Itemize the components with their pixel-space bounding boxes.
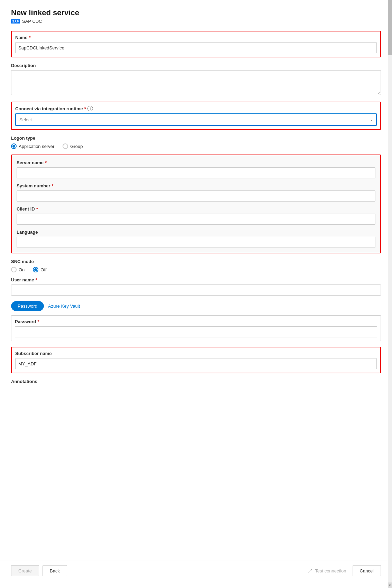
integration-runtime-label: Connect via integration runtime * i: [15, 106, 377, 111]
name-required-star: *: [29, 35, 30, 40]
logon-type-section: Logon type Application server Group: [11, 136, 381, 149]
user-name-required-star: *: [35, 277, 37, 282]
footer-left: Create Back: [11, 565, 67, 576]
test-connection-button[interactable]: ⭧ Test connection: [305, 568, 349, 574]
server-name-label: Server name *: [17, 160, 375, 165]
back-button[interactable]: Back: [43, 565, 67, 576]
server-name-field: Server name *: [17, 160, 375, 178]
name-input[interactable]: [15, 42, 377, 53]
page-title: New linked service: [11, 8, 381, 17]
scrollbar-thumb[interactable]: [388, 0, 392, 55]
radio-application-server-indicator: [11, 143, 17, 149]
footer-bar: Create Back ⭧ Test connection Cancel: [0, 560, 392, 581]
snc-radio-group: On Off: [11, 267, 381, 272]
password-required-star: *: [37, 319, 39, 324]
description-field-section: Description: [11, 63, 381, 96]
user-name-input[interactable]: [11, 284, 381, 296]
integration-runtime-select[interactable]: Select...: [15, 113, 377, 126]
radio-snc-off-label: Off: [40, 267, 46, 272]
logon-type-radio-group: Application server Group: [11, 143, 381, 149]
sap-subtitle: SAP CDC: [22, 19, 42, 24]
client-id-field: Client ID *: [17, 206, 375, 225]
page-wrapper: ▲ ▼ New linked service SAP SAP CDC Name …: [0, 0, 392, 588]
password-tab-button[interactable]: Password: [11, 301, 44, 311]
client-id-required-star: *: [36, 206, 38, 212]
description-input[interactable]: [11, 70, 381, 95]
subscriber-name-input[interactable]: [15, 358, 377, 369]
cancel-button[interactable]: Cancel: [353, 565, 381, 576]
annotations-label: Annotations: [11, 379, 381, 384]
annotations-section: Annotations: [11, 379, 381, 384]
language-input[interactable]: [17, 237, 375, 248]
radio-group[interactable]: Group: [63, 143, 83, 149]
sap-badge: SAP SAP CDC: [11, 19, 381, 24]
system-number-field: System number *: [17, 183, 375, 202]
client-id-input[interactable]: [17, 214, 375, 225]
radio-snc-off[interactable]: Off: [33, 267, 46, 272]
language-field: Language: [17, 230, 375, 248]
server-name-required-star: *: [45, 160, 47, 165]
test-connection-icon: ⭧: [307, 568, 313, 574]
radio-group-indicator: [63, 143, 68, 149]
radio-snc-on[interactable]: On: [11, 267, 25, 272]
create-button[interactable]: Create: [11, 565, 39, 576]
server-fields-box: Server name * System number * Client ID …: [11, 155, 381, 253]
password-tabs: Password Azure Key Vault: [11, 301, 381, 311]
snc-mode-section: SNC mode On Off: [11, 259, 381, 272]
footer-right: ⭧ Test connection Cancel: [305, 565, 381, 576]
system-number-required-star: *: [52, 183, 54, 188]
radio-snc-on-indicator: [11, 267, 17, 272]
select-wrapper: Select... ⌄: [15, 113, 377, 126]
radio-group-label: Group: [70, 144, 83, 149]
scrollbar-track[interactable]: ▲ ▼: [388, 0, 392, 588]
radio-snc-on-label: On: [19, 267, 25, 272]
sap-logo: SAP: [11, 19, 20, 24]
azure-key-vault-tab-button[interactable]: Azure Key Vault: [44, 301, 84, 311]
ir-required-star: *: [84, 106, 86, 111]
name-field-section: Name *: [11, 31, 381, 57]
password-input[interactable]: [15, 326, 377, 337]
client-id-label: Client ID *: [17, 206, 375, 212]
info-icon[interactable]: i: [87, 106, 93, 111]
password-label: Password *: [15, 319, 377, 324]
user-name-section: User name *: [11, 277, 381, 296]
description-label: Description: [11, 63, 381, 68]
subscriber-name-label: Subscriber name: [15, 351, 377, 356]
radio-application-server-label: Application server: [19, 144, 54, 149]
system-number-label: System number *: [17, 183, 375, 188]
integration-runtime-section: Connect via integration runtime * i Sele…: [11, 102, 381, 130]
radio-application-server[interactable]: Application server: [11, 143, 54, 149]
main-content: New linked service SAP SAP CDC Name * De…: [0, 0, 392, 560]
logon-type-label: Logon type: [11, 136, 381, 141]
server-name-input[interactable]: [17, 167, 375, 178]
name-label: Name *: [15, 35, 377, 40]
radio-snc-off-indicator: [33, 267, 38, 272]
subscriber-name-section: Subscriber name: [11, 347, 381, 373]
password-field-section: Password *: [11, 315, 381, 341]
scroll-arrow-down[interactable]: ▼: [388, 582, 392, 588]
language-label: Language: [17, 230, 375, 235]
system-number-input[interactable]: [17, 190, 375, 202]
user-name-label: User name *: [11, 277, 381, 282]
snc-mode-label: SNC mode: [11, 259, 381, 264]
